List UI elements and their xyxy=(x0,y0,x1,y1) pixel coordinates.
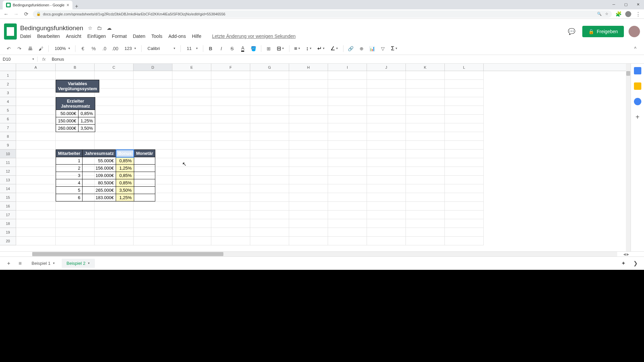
table-cell[interactable]: 80.500€ xyxy=(83,179,116,187)
cell[interactable] xyxy=(172,237,211,245)
cell[interactable] xyxy=(95,123,133,132)
cell[interactable] xyxy=(289,88,328,97)
redo-button[interactable]: ↷ xyxy=(15,44,24,53)
menu-tools[interactable]: Tools xyxy=(151,34,162,39)
cell[interactable] xyxy=(250,106,289,115)
cloud-status-icon[interactable]: ☁ xyxy=(107,25,112,31)
sheet-tab-beispiel-2[interactable]: Beispiel 2 ▼ xyxy=(62,259,95,268)
cell[interactable] xyxy=(445,228,484,237)
sheets-logo-icon[interactable] xyxy=(4,23,17,40)
spreadsheet-grid[interactable]: ABCDEFGHIJKL 123456789101112131415161718… xyxy=(0,64,631,251)
cell[interactable] xyxy=(172,193,211,202)
cell[interactable] xyxy=(211,176,250,184)
cell[interactable] xyxy=(95,210,133,219)
cell[interactable] xyxy=(250,184,289,193)
horizontal-scrollbar[interactable] xyxy=(32,252,617,256)
cell[interactable] xyxy=(406,88,445,97)
paint-format-button[interactable]: 🖌 xyxy=(36,44,46,53)
menu-format[interactable]: Format xyxy=(112,34,127,39)
cell[interactable] xyxy=(367,80,406,88)
table-cell[interactable]: 1,25% xyxy=(116,165,134,172)
cell[interactable] xyxy=(16,237,56,245)
cell[interactable] xyxy=(16,202,56,210)
cell[interactable] xyxy=(16,106,56,115)
cell[interactable] xyxy=(367,141,406,149)
keep-icon[interactable] xyxy=(634,82,641,90)
table-cell[interactable]: 0,85% xyxy=(116,157,134,165)
cell[interactable] xyxy=(16,219,56,228)
table-cell[interactable]: 50.000€ xyxy=(56,110,78,117)
column-header[interactable]: B xyxy=(56,64,95,71)
column-header[interactable]: E xyxy=(172,64,211,71)
table-cell[interactable]: 6 xyxy=(56,194,83,201)
cell[interactable] xyxy=(172,80,211,88)
table-cell[interactable]: 55.000€ xyxy=(83,157,116,165)
cell[interactable] xyxy=(367,237,406,245)
cell[interactable] xyxy=(250,88,289,97)
font-dropdown[interactable]: Calibri ▼ xyxy=(144,46,178,51)
cell[interactable] xyxy=(289,141,328,149)
cell[interactable] xyxy=(406,141,445,149)
column-header[interactable]: A xyxy=(16,64,56,71)
cell[interactable] xyxy=(367,123,406,132)
browser-tab[interactable]: Bedingungsfunktionen - Google × xyxy=(3,1,72,9)
table-cell[interactable]: 1 xyxy=(56,157,83,165)
cell[interactable] xyxy=(445,88,484,97)
zoom-icon[interactable]: 🔍 xyxy=(597,12,602,16)
cell[interactable] xyxy=(56,237,95,245)
cell[interactable] xyxy=(367,176,406,184)
cell[interactable] xyxy=(445,123,484,132)
cell[interactable] xyxy=(250,80,289,88)
number-format-dropdown[interactable]: 123 ▼ xyxy=(121,46,139,51)
cell[interactable] xyxy=(289,219,328,228)
font-size-dropdown[interactable]: 11 ▼ xyxy=(183,46,200,51)
cell[interactable] xyxy=(445,158,484,167)
cell[interactable] xyxy=(328,115,367,123)
cell[interactable] xyxy=(211,193,250,202)
column-header[interactable]: G xyxy=(250,64,289,71)
new-tab-button[interactable]: + xyxy=(72,3,80,9)
menu-addons[interactable]: Add-ons xyxy=(168,34,186,39)
table-cell[interactable]: 3 xyxy=(56,172,83,179)
cell[interactable] xyxy=(406,237,445,245)
close-tab-icon[interactable]: × xyxy=(66,2,69,8)
cell[interactable] xyxy=(211,202,250,210)
cell[interactable] xyxy=(172,97,211,106)
table-cell[interactable]: 156.000€ xyxy=(83,165,116,172)
cell[interactable] xyxy=(367,158,406,167)
cell[interactable] xyxy=(211,132,250,141)
fill-color-button[interactable]: 🪣 xyxy=(249,44,258,53)
cell[interactable] xyxy=(289,210,328,219)
cell[interactable] xyxy=(367,88,406,97)
row-header[interactable]: 2 xyxy=(0,80,16,88)
cell[interactable] xyxy=(172,106,211,115)
cell[interactable] xyxy=(250,149,289,158)
cell[interactable] xyxy=(172,141,211,149)
row-header[interactable]: 20 xyxy=(0,237,16,245)
cell[interactable] xyxy=(328,202,367,210)
row-header[interactable]: 14 xyxy=(0,184,16,193)
table-cell[interactable] xyxy=(134,172,155,179)
add-addon-icon[interactable]: + xyxy=(634,113,641,121)
cell[interactable] xyxy=(95,141,133,149)
cell[interactable] xyxy=(406,97,445,106)
cell[interactable] xyxy=(328,97,367,106)
cell[interactable] xyxy=(133,115,172,123)
cell[interactable] xyxy=(211,80,250,88)
cell[interactable] xyxy=(289,97,328,106)
cell[interactable] xyxy=(133,141,172,149)
cell[interactable] xyxy=(172,176,211,184)
collapse-toolbar-button[interactable]: ^ xyxy=(631,44,640,53)
minimize-button[interactable]: ─ xyxy=(608,0,620,9)
cell[interactable] xyxy=(133,132,172,141)
percent-button[interactable]: % xyxy=(89,44,98,53)
cell[interactable] xyxy=(211,123,250,132)
cell[interactable] xyxy=(406,228,445,237)
cell[interactable] xyxy=(445,202,484,210)
cell[interactable] xyxy=(172,158,211,167)
table-cell[interactable] xyxy=(134,165,155,172)
cell[interactable] xyxy=(16,97,56,106)
cell[interactable] xyxy=(172,219,211,228)
italic-button[interactable]: I xyxy=(217,44,226,53)
cell[interactable] xyxy=(133,106,172,115)
